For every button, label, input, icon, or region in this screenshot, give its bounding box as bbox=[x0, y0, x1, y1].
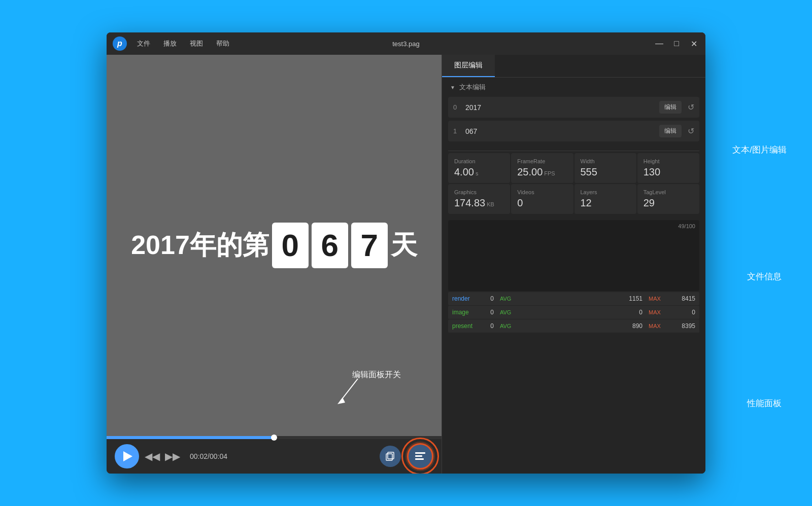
text-before: 2017年的第 bbox=[131, 228, 269, 263]
row-0-index: 0 bbox=[453, 103, 461, 111]
max-label-1: MAX bbox=[649, 309, 664, 315]
maximize-button[interactable]: □ bbox=[671, 38, 682, 49]
info-duration: Duration 4.00 s bbox=[448, 153, 510, 183]
copy-button[interactable] bbox=[380, 446, 401, 467]
stat-present-name: present bbox=[452, 322, 478, 330]
text-row-0: 0 2017 编辑 ↺ bbox=[448, 97, 699, 118]
info-width-value: 555 bbox=[581, 166, 630, 178]
progress-fill bbox=[107, 436, 274, 439]
stat-image-max: 0 bbox=[670, 309, 695, 316]
text-edit-rows: 0 2017 编辑 ↺ 1 067 编辑 ↺ bbox=[442, 97, 705, 149]
stat-present-max: 8395 bbox=[670, 322, 695, 330]
stat-render-max: 8415 bbox=[670, 295, 695, 302]
info-duration-label: Duration bbox=[454, 158, 504, 164]
digit-2: 7 bbox=[351, 223, 388, 268]
step-back-button[interactable]: ◀◀ bbox=[145, 449, 159, 463]
minimize-button[interactable]: — bbox=[654, 38, 665, 49]
info-layers-label: Layers bbox=[581, 189, 630, 195]
play-button[interactable] bbox=[115, 444, 139, 468]
stat-render-val: 0 bbox=[484, 295, 494, 302]
info-videos-label: Videos bbox=[517, 189, 567, 195]
text-after: 天 bbox=[391, 228, 417, 263]
time-display: 00:02/00:04 bbox=[190, 452, 227, 460]
text-row-1: 1 067 编辑 ↺ bbox=[448, 121, 699, 141]
max-label-2: MAX bbox=[649, 323, 664, 329]
menu-play[interactable]: 播放 bbox=[157, 37, 183, 50]
stat-image-avg: 0 bbox=[521, 309, 642, 316]
text-edit-section-header[interactable]: ▼ 文本编辑 bbox=[442, 78, 705, 97]
info-height-label: Height bbox=[644, 158, 693, 164]
info-taglevel-value: 29 bbox=[644, 197, 693, 209]
tab-layer-edit[interactable]: 图层编辑 bbox=[442, 55, 495, 77]
annotation-text-edit: 文本/图片编辑 bbox=[732, 144, 787, 156]
svg-rect-5 bbox=[415, 455, 422, 457]
stat-render: render 0 AVG 1151 MAX 8415 bbox=[448, 292, 699, 305]
info-height: Height 130 bbox=[637, 153, 699, 183]
file-info-grid: Duration 4.00 s FrameRate 25.00 FPS bbox=[442, 153, 705, 220]
stat-image-name: image bbox=[452, 309, 478, 316]
row-0-edit-button[interactable]: 编辑 bbox=[659, 101, 682, 114]
svg-rect-3 bbox=[388, 452, 394, 459]
stat-present-val: 0 bbox=[484, 322, 494, 330]
info-videos: Videos 0 bbox=[511, 184, 573, 214]
stat-image-val: 0 bbox=[484, 309, 494, 316]
video-canvas: 2017年的第 0 6 7 天 编辑面板开关 bbox=[107, 55, 442, 436]
title-bar: p 文件 播放 视图 帮助 test3.pag — □ ✕ bbox=[107, 32, 705, 55]
info-width: Width 555 bbox=[574, 153, 636, 183]
step-forward-button[interactable]: ▶▶ bbox=[165, 449, 180, 463]
svg-marker-1 bbox=[337, 397, 345, 404]
annotation-file-info: 文件信息 bbox=[747, 271, 782, 282]
progress-bar[interactable] bbox=[107, 436, 442, 439]
chart-container: 49/100 bbox=[448, 220, 699, 291]
window-title: test3.pag bbox=[392, 40, 420, 48]
info-width-label: Width bbox=[581, 158, 630, 164]
perf-section: 49/100 render 0 AVG 1151 MAX 84 bbox=[442, 220, 705, 474]
info-videos-value: 0 bbox=[517, 197, 567, 209]
chevron-icon: ▼ bbox=[450, 85, 455, 90]
menu-help[interactable]: 帮助 bbox=[210, 37, 235, 50]
annotation-perf-panel: 性能面板 bbox=[747, 397, 782, 409]
row-1-index: 1 bbox=[453, 127, 461, 135]
info-graphics-label: Graphics bbox=[454, 189, 504, 195]
info-graphics: Graphics 174.83 KB bbox=[448, 184, 510, 214]
max-label-0: MAX bbox=[649, 296, 664, 302]
row-0-reset-button[interactable]: ↺ bbox=[688, 102, 694, 112]
menu-file[interactable]: 文件 bbox=[131, 37, 156, 50]
close-button[interactable]: ✕ bbox=[688, 38, 699, 49]
info-graphics-value: 174.83 KB bbox=[454, 197, 504, 209]
tab-2[interactable] bbox=[495, 55, 519, 77]
row-1-edit-button[interactable]: 编辑 bbox=[659, 125, 682, 137]
avg-label-2: AVG bbox=[500, 323, 515, 329]
controls-bar: ◀◀ ▶▶ 00:02/00:04 bbox=[107, 439, 442, 474]
text-edit-label: 文本编辑 bbox=[459, 83, 486, 92]
progress-thumb[interactable] bbox=[271, 435, 277, 441]
perf-stats: render 0 AVG 1151 MAX 8415 image 0 AVG bbox=[448, 292, 699, 333]
edit-panel-button[interactable] bbox=[407, 443, 433, 469]
video-content: 2017年的第 0 6 7 天 bbox=[131, 223, 417, 268]
stat-image: image 0 AVG 0 MAX 0 bbox=[448, 306, 699, 319]
info-framerate-value: 25.00 FPS bbox=[517, 166, 567, 178]
video-area: 2017年的第 0 6 7 天 编辑面板开关 bbox=[107, 55, 442, 474]
digit-1: 6 bbox=[312, 223, 348, 268]
chart-bars bbox=[448, 220, 699, 281]
row-1-reset-button[interactable]: ↺ bbox=[688, 126, 694, 136]
avg-label-1: AVG bbox=[500, 309, 515, 315]
right-panel: 图层编辑 ▼ 文本编辑 0 2017 编辑 ↺ bbox=[442, 55, 705, 474]
avg-label-0: AVG bbox=[500, 296, 515, 302]
stat-present-avg: 890 bbox=[521, 322, 642, 330]
info-duration-value: 4.00 s bbox=[454, 166, 504, 178]
info-layers-value: 12 bbox=[581, 197, 630, 209]
info-framerate: FrameRate 25.00 FPS bbox=[511, 153, 573, 183]
row-0-value: 2017 bbox=[465, 103, 655, 112]
stat-present: present 0 AVG 890 MAX 8395 bbox=[448, 319, 699, 333]
svg-rect-2 bbox=[386, 454, 392, 460]
info-framerate-label: FrameRate bbox=[517, 158, 567, 164]
svg-rect-6 bbox=[415, 458, 424, 460]
info-layers: Layers 12 bbox=[574, 184, 636, 214]
annotation-arrow bbox=[332, 376, 363, 407]
info-taglevel: TagLevel 29 bbox=[637, 184, 699, 214]
menu-view[interactable]: 视图 bbox=[184, 37, 209, 50]
stat-render-name: render bbox=[452, 295, 478, 302]
chart-label: 49/100 bbox=[678, 223, 695, 229]
app-logo: p bbox=[113, 37, 127, 51]
